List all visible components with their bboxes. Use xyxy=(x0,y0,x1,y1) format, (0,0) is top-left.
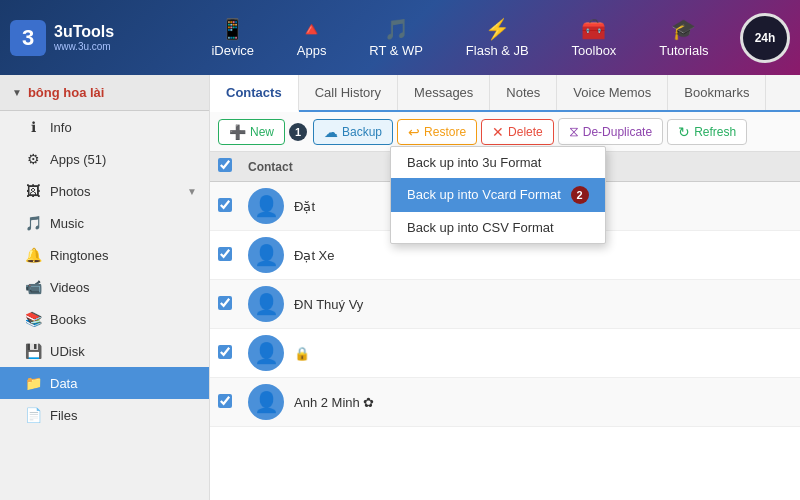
avatar-1: 👤 xyxy=(248,237,284,273)
sidebar-item-files[interactable]: 📄 Files xyxy=(0,399,209,431)
backup-csv-option[interactable]: Back up into CSV Format xyxy=(391,212,605,243)
logo-icon: 3 xyxy=(22,25,34,51)
sidebar-item-photos[interactable]: 🖼 Photos ▼ xyxy=(0,175,209,207)
delete-button[interactable]: ✕ Delete xyxy=(481,119,554,145)
sidebar-item-videos[interactable]: 📹 Videos xyxy=(0,271,209,303)
sidebar-item-apps[interactable]: ⚙ Apps (51) xyxy=(0,143,209,175)
tab-notes[interactable]: Notes xyxy=(490,75,557,110)
sidebar-item-music[interactable]: 🎵 Music xyxy=(0,207,209,239)
contact-checkbox-1[interactable] xyxy=(218,247,232,261)
backup-button[interactable]: ☁ Backup xyxy=(313,119,393,145)
books-icon: 📚 xyxy=(24,311,42,327)
backup-dropdown: Back up into 3u Format Back up into Vcar… xyxy=(390,146,606,244)
nav-rtwp-label: RT & WP xyxy=(369,43,423,58)
logo-box: 3 xyxy=(10,20,46,56)
backup-3u-option[interactable]: Back up into 3u Format xyxy=(391,147,605,178)
contact-name-1: Đạt Xe xyxy=(294,248,792,263)
brand-name: 3uTools xyxy=(54,23,114,41)
row-check xyxy=(218,296,248,313)
brand-url: www.3u.com xyxy=(54,41,114,52)
nav-apps-label: Apps xyxy=(297,43,327,58)
sidebar-item-udisk[interactable]: 💾 UDisk xyxy=(0,335,209,367)
nav-toolbox[interactable]: 🧰 Toolbox xyxy=(560,11,629,64)
logo-area: 3 3uTools www.3u.com xyxy=(10,20,190,56)
music-icon: 🎵 xyxy=(24,215,42,231)
nav-toolbox-label: Toolbox xyxy=(572,43,617,58)
files-icon: 📄 xyxy=(24,407,42,423)
apps-icon: 🔺 xyxy=(299,17,324,41)
sidebar-device: ▼ bông hoa lài xyxy=(0,75,209,111)
avatar-0: 👤 xyxy=(248,188,284,224)
tab-bookmarks[interactable]: Bookmarks xyxy=(668,75,766,110)
contact-name-3: 🔒 xyxy=(294,346,792,361)
row-check xyxy=(218,247,248,264)
nav-idevice[interactable]: 📱 iDevice xyxy=(199,11,266,64)
apps-label: Apps (51) xyxy=(50,152,106,167)
toolbar: ➕ New 1 ☁ Backup ↩ Restore ✕ Delete ⧖ De… xyxy=(210,112,800,152)
content-area: Contacts Call History Messages Notes Voi… xyxy=(210,75,800,500)
sidebar: ▼ bông hoa lài ℹ Info ⚙ Apps (51) 🖼 Phot… xyxy=(0,75,210,500)
contact-checkbox-2[interactable] xyxy=(218,296,232,310)
sidebar-item-data[interactable]: 📁 Data xyxy=(0,367,209,399)
photos-label: Photos xyxy=(50,184,90,199)
contact-checkbox-4[interactable] xyxy=(218,394,232,408)
udisk-label: UDisk xyxy=(50,344,85,359)
avatar-4: 👤 xyxy=(248,384,284,420)
restore-button[interactable]: ↩ Restore xyxy=(397,119,477,145)
refresh-icon: ↻ xyxy=(678,124,690,140)
toolbox-icon: 🧰 xyxy=(581,17,606,41)
nav-rtwp[interactable]: 🎵 RT & WP xyxy=(357,11,435,64)
dedup-icon: ⧖ xyxy=(569,123,579,140)
dedup-button[interactable]: ⧖ De-Duplicate xyxy=(558,118,663,145)
sidebar-item-ringtones[interactable]: 🔔 Ringtones xyxy=(0,239,209,271)
expand-icon: ▼ xyxy=(12,87,22,98)
photos-icon: 🖼 xyxy=(24,183,42,199)
tab-voice-memos[interactable]: Voice Memos xyxy=(557,75,668,110)
tab-bar: Contacts Call History Messages Notes Voi… xyxy=(210,75,800,112)
select-all-checkbox[interactable] xyxy=(218,158,232,172)
contact-checkbox-0[interactable] xyxy=(218,198,232,212)
sidebar-item-books[interactable]: 📚 Books xyxy=(0,303,209,335)
apps-sidebar-icon: ⚙ xyxy=(24,151,42,167)
nav-apps[interactable]: 🔺 Apps xyxy=(285,11,339,64)
data-icon: 📁 xyxy=(24,375,42,391)
contact-name-4: Anh 2 Minh ✿ xyxy=(294,395,792,410)
refresh-button[interactable]: ↻ Refresh xyxy=(667,119,747,145)
udisk-icon: 💾 xyxy=(24,343,42,359)
backup-icon: ☁ xyxy=(324,124,338,140)
data-label: Data xyxy=(50,376,77,391)
idevice-icon: 📱 xyxy=(220,17,245,41)
ringtones-icon: 🔔 xyxy=(24,247,42,263)
tab-messages[interactable]: Messages xyxy=(398,75,490,110)
photos-arrow: ▼ xyxy=(187,186,197,197)
table-row: 👤 🔒 xyxy=(210,329,800,378)
tab-contacts[interactable]: Contacts xyxy=(210,75,299,112)
nav-flash[interactable]: ⚡ Flash & JB xyxy=(454,11,541,64)
logo-text: 3uTools www.3u.com xyxy=(54,23,114,52)
info-label: Info xyxy=(50,120,72,135)
flash-icon: ⚡ xyxy=(485,17,510,41)
sidebar-item-info[interactable]: ℹ Info xyxy=(0,111,209,143)
row-check xyxy=(218,345,248,362)
restore-icon: ↩ xyxy=(408,124,420,140)
files-label: Files xyxy=(50,408,77,423)
row-check xyxy=(218,198,248,215)
rtwp-icon: 🎵 xyxy=(384,17,409,41)
device-name: bông hoa lài xyxy=(28,85,105,100)
videos-label: Videos xyxy=(50,280,90,295)
table-row: 👤 Anh 2 Minh ✿ xyxy=(210,378,800,427)
backup-vcard-option[interactable]: Back up into Vcard Format 2 xyxy=(391,178,605,212)
avatar-2: 👤 xyxy=(248,286,284,322)
step-1-badge: 1 xyxy=(289,123,307,141)
avatar-3: 👤 xyxy=(248,335,284,371)
nav-bar: 📱 iDevice 🔺 Apps 🎵 RT & WP ⚡ Flash & JB … xyxy=(190,11,730,64)
check-col-header xyxy=(218,158,248,175)
ringtones-label: Ringtones xyxy=(50,248,109,263)
app-header: 3 3uTools www.3u.com 📱 iDevice 🔺 Apps 🎵 … xyxy=(0,0,800,75)
step-2-badge: 2 xyxy=(571,186,589,204)
contact-checkbox-3[interactable] xyxy=(218,345,232,359)
new-button[interactable]: ➕ New xyxy=(218,119,285,145)
tab-call-history[interactable]: Call History xyxy=(299,75,398,110)
row-check xyxy=(218,394,248,411)
nav-tutorials[interactable]: 🎓 Tutorials xyxy=(647,11,720,64)
